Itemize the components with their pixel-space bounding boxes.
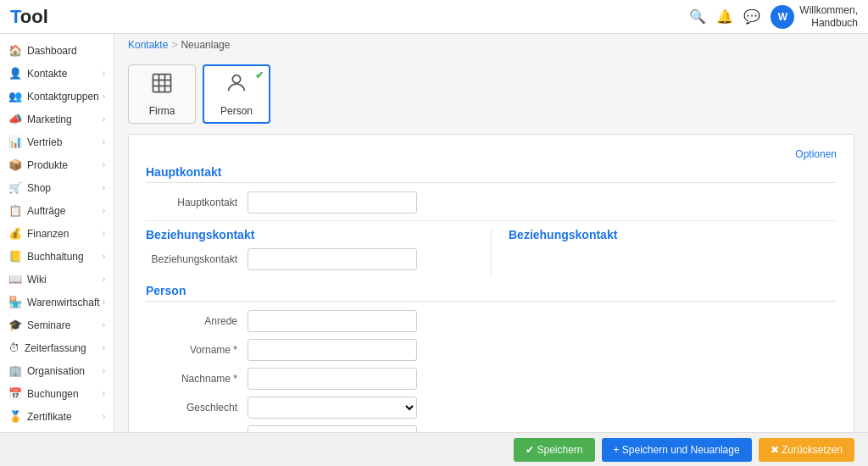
person-tab-check: ✔ <box>255 69 264 81</box>
organisation-icon: 🏢 <box>8 364 22 377</box>
anrede-input[interactable] <box>248 310 417 332</box>
marketing-icon: 📣 <box>8 113 22 125</box>
wiki-icon: 📖 <box>8 273 22 286</box>
kontaktgruppen-icon: 👥 <box>8 90 22 103</box>
anrede-label: Anrede <box>146 315 248 327</box>
person-tab-icon <box>225 71 248 100</box>
tab-person[interactable]: ✔ Person <box>203 64 270 124</box>
options-link[interactable]: Optionen <box>795 148 837 160</box>
sidebar-item-vertrieb[interactable]: 📊Vertrieb › <box>0 130 114 153</box>
vertrieb-icon: 📊 <box>8 136 22 148</box>
chevron-icon: › <box>103 114 105 124</box>
nachname-input[interactable] <box>248 368 417 390</box>
beziehung-left-title: Beziehungskontakt <box>146 228 474 241</box>
search-icon[interactable]: 🔍 <box>689 8 706 25</box>
sidebar-item-wiki[interactable]: 📖Wiki › <box>0 268 114 291</box>
logo-highlight: T <box>10 6 20 27</box>
chevron-icon: › <box>103 229 105 238</box>
kontakte-icon: 👤 <box>8 67 22 80</box>
topbar-icons: 🔍 🔔 💬 W Willkommen, Handbuch <box>689 4 858 29</box>
user-menu[interactable]: W Willkommen, Handbuch <box>771 4 858 29</box>
save-button[interactable]: ✔ Speichern <box>514 438 594 462</box>
chevron-icon: › <box>103 320 105 330</box>
user-label: Willkommen, Handbuch <box>799 4 858 29</box>
breadcrumb-link-kontakte[interactable]: Kontakte <box>128 39 168 51</box>
sidebar-item-finanzen[interactable]: 💰Finanzen › <box>0 222 114 245</box>
save-new-button[interactable]: + Speichern und Neuanlage <box>602 438 752 462</box>
zeiterfassung-icon: ⏱ <box>8 341 19 354</box>
breadcrumb: Kontakte > Neuanlage <box>114 34 868 56</box>
buchungen-icon: 📅 <box>8 387 22 400</box>
bell-icon[interactable]: 🔔 <box>716 8 733 25</box>
chevron-icon: › <box>103 343 105 352</box>
vorname-row: Vorname * <box>146 339 837 361</box>
avatar: W <box>771 5 794 29</box>
hauptkontakt-row: Hauptkontakt <box>146 191 837 214</box>
sidebar-item-zeiterfassung[interactable]: ⏱Zeiterfassung › <box>0 336 114 359</box>
breadcrumb-current: Neuanlage <box>181 39 230 51</box>
sidebar-item-kontaktgruppen[interactable]: 👥Kontaktgruppen › <box>0 85 114 108</box>
layout: 🏠Dashboard 👤Kontakte › 👥Kontaktgruppen ›… <box>0 34 868 432</box>
tab-firma[interactable]: Firma <box>128 64 196 124</box>
sidebar-item-seminare[interactable]: 🎓Seminare › <box>0 313 114 336</box>
chat-icon[interactable]: 💬 <box>743 8 760 25</box>
chevron-icon: › <box>103 137 105 147</box>
hauptkontakt-label: Hauptkontakt <box>146 197 248 208</box>
sidebar-item-auftraege[interactable]: 📋Aufträge › <box>0 199 114 222</box>
beziehungskontakt-input[interactable] <box>248 248 417 270</box>
hauptkontakt-input[interactable] <box>248 191 417 214</box>
chevron-icon: › <box>103 366 105 375</box>
sidebar: 🏠Dashboard 👤Kontakte › 👥Kontaktgruppen ›… <box>0 34 114 432</box>
type-tabs: Firma ✔ Person <box>128 64 854 124</box>
content-area: Firma ✔ Person Optionen Hauptkontakt <box>114 56 868 432</box>
zertifikate-icon: 🏅 <box>8 410 22 423</box>
anrede-row: Anrede <box>146 310 837 332</box>
sidebar-item-zertifikate[interactable]: 🏅Zertifikate › <box>0 405 114 428</box>
chevron-icon: › <box>103 183 105 192</box>
svg-point-5 <box>232 75 240 83</box>
chevron-icon: › <box>103 297 105 307</box>
form-card: Optionen Hauptkontakt Hauptkontakt Bezie… <box>128 134 854 432</box>
vorname-label: Vorname * <box>146 344 248 356</box>
geschlecht-row: Geschlecht männlich weiblich divers <box>146 397 837 419</box>
sidebar-item-marketing[interactable]: 📣Marketing › <box>0 108 114 130</box>
firma-tab-label: Firma <box>149 105 175 117</box>
sidebar-item-shop[interactable]: 🛒Shop › <box>0 176 114 199</box>
breadcrumb-separator: > <box>171 39 177 51</box>
main-content: Kontakte > Neuanlage Firma ✔ Person <box>114 34 868 432</box>
nachname-label: Nachname * <box>146 373 248 385</box>
shop-icon: 🛒 <box>8 181 22 194</box>
bottombar: ✔ Speichern + Speichern und Neuanlage ✖ … <box>0 432 868 466</box>
email-input[interactable] <box>248 425 417 432</box>
sidebar-item-dashboard[interactable]: 🏠Dashboard <box>0 39 114 62</box>
dashboard-icon: 🏠 <box>8 44 22 57</box>
chevron-icon: › <box>103 92 105 101</box>
sidebar-item-produkte[interactable]: 📦Produkte › <box>0 153 114 176</box>
app-logo: TToolool <box>10 6 48 28</box>
chevron-icon: › <box>103 252 105 261</box>
sidebar-item-buchungen[interactable]: 📅Buchungen › <box>0 382 114 405</box>
vorname-input[interactable] <box>248 339 417 361</box>
geschlecht-select[interactable]: männlich weiblich divers <box>248 397 417 419</box>
email-row: Email <box>146 425 837 432</box>
chevron-icon: › <box>103 160 105 169</box>
chevron-icon: › <box>103 69 105 78</box>
reset-button[interactable]: ✖ Zurücksetzen <box>759 438 854 462</box>
firma-tab-icon <box>150 71 174 100</box>
topbar: TToolool 🔍 🔔 💬 W Willkommen, Handbuch <box>0 0 868 34</box>
section-hauptkontakt-title: Hauptkontakt <box>146 165 837 183</box>
beziehung-right-title: Beziehungskontakt <box>509 228 837 241</box>
chevron-icon: › <box>103 389 105 398</box>
produkte-icon: 📦 <box>8 158 22 171</box>
sidebar-item-buchhaltung[interactable]: 📒Buchhaltung › <box>0 245 114 268</box>
sidebar-item-organisation[interactable]: 🏢Organisation › <box>0 359 114 382</box>
nachname-row: Nachname * <box>146 368 837 390</box>
buchhaltung-icon: 📒 <box>8 250 22 263</box>
svg-rect-0 <box>153 75 171 92</box>
sidebar-item-kontakte[interactable]: 👤Kontakte › <box>0 62 114 85</box>
chevron-icon: › <box>103 412 105 421</box>
sidebar-item-warenwirtschaft[interactable]: 🏪Warenwirtschaft › <box>0 291 114 313</box>
chevron-icon: › <box>103 275 105 284</box>
chevron-icon: › <box>103 206 105 215</box>
warenwirtschaft-icon: 🏪 <box>8 296 22 308</box>
